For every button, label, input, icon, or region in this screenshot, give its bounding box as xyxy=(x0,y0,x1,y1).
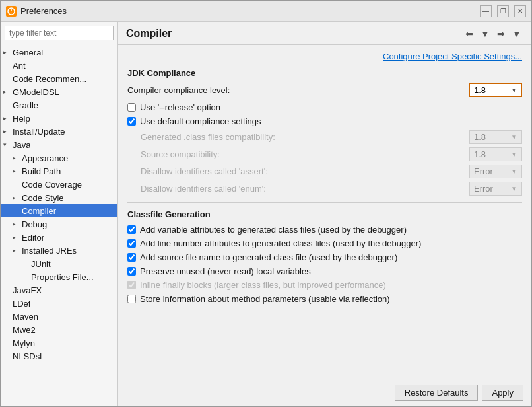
source-value: 1.8 xyxy=(474,149,511,159)
tree-item-general[interactable]: ▸General xyxy=(1,46,117,59)
tree-item-label: Install/Update xyxy=(13,127,65,137)
disallow-enum-row: Disallow identifiers called 'enum': Erro… xyxy=(141,182,522,196)
generated-label: Generated .class files compatibility: xyxy=(141,132,469,142)
add-line-number-checkbox[interactable] xyxy=(127,239,136,248)
section-divider xyxy=(127,202,522,203)
tree-item-properties-file[interactable]: Properties File... xyxy=(1,270,117,283)
tree-item-ldef[interactable]: LDef xyxy=(1,297,117,310)
tree-item-junit[interactable]: JUnit xyxy=(1,257,117,270)
tree-item-code-style[interactable]: ▸Code Style xyxy=(1,191,117,204)
tree-item-install-update[interactable]: ▸Install/Update xyxy=(1,125,117,138)
classfile-option-add-source-file: Add source file name to generated class … xyxy=(127,252,522,262)
tree-item-code-recommenders[interactable]: Code Recommen... xyxy=(1,72,117,85)
source-dropdown: 1.8 ▼ xyxy=(469,147,522,161)
classfile-option-preserve-unused: Preserve unused (never read) local varia… xyxy=(127,266,522,276)
tree-item-maven[interactable]: Maven xyxy=(1,310,117,323)
tree-item-installed-jres[interactable]: ▸Installed JREs xyxy=(1,244,117,257)
configure-link[interactable]: Configure Project Specific Settings... xyxy=(127,52,522,61)
window-controls: — ❐ ✕ xyxy=(480,5,526,17)
classfile-option-add-line-number: Add line number attributes to generated … xyxy=(127,239,522,248)
preserve-unused-label: Preserve unused (never read) local varia… xyxy=(140,266,311,276)
right-panel: Compiler ⬅ ▼ ➡ ▼ Configure Project Speci… xyxy=(118,22,531,406)
tree-item-label: Maven xyxy=(13,312,38,322)
tree-item-editor[interactable]: ▸Editor xyxy=(1,231,117,244)
tree-item-java[interactable]: ▾Java xyxy=(1,138,117,151)
expand-arrow-icon: ▸ xyxy=(3,115,13,122)
classfile-option-inline-finally: Inline finally blocks (larger class file… xyxy=(127,280,522,290)
source-label: Source compatibility: xyxy=(141,149,469,159)
forward-icon[interactable]: ➡ xyxy=(494,27,508,40)
add-variable-checkbox[interactable] xyxy=(127,225,136,234)
tree-item-compiler[interactable]: Compiler xyxy=(1,204,117,217)
tree-item-label: Installed JREs xyxy=(22,246,77,256)
tree-item-mwe2[interactable]: Mwe2 xyxy=(1,323,117,336)
back-arrow-icon[interactable]: ▼ xyxy=(479,27,492,40)
dropdown-arrow-icon: ▼ xyxy=(511,87,517,94)
tree-item-label: Compiler xyxy=(22,206,56,216)
inline-finally-checkbox xyxy=(127,281,136,289)
tree-item-help[interactable]: ▸Help xyxy=(1,112,117,125)
toolbar-icons: ⬅ ▼ ➡ ▼ xyxy=(463,27,523,40)
expand-arrow-icon: ▸ xyxy=(13,168,22,174)
expand-arrow-icon: ▸ xyxy=(3,49,13,56)
tree-item-label: Debug xyxy=(22,219,47,229)
tree-area: ▸GeneralAntCode Recommen...▸GModelDSLGra… xyxy=(1,44,117,406)
source-row: Source compatibility: 1.8 ▼ xyxy=(141,147,522,161)
tree-item-nlsdsl[interactable]: NLSDsl xyxy=(1,350,117,363)
jdk-section: JDK Compliance Compiler compliance level… xyxy=(127,68,522,196)
back-icon[interactable]: ⬅ xyxy=(463,27,476,40)
generated-row: Generated .class files compatibility: 1.… xyxy=(141,130,522,144)
tree-item-debug[interactable]: ▸Debug xyxy=(1,217,117,231)
expand-arrow-icon: ▸ xyxy=(3,89,13,95)
apply-button[interactable]: Apply xyxy=(482,385,523,401)
window-icon xyxy=(6,6,17,17)
preserve-unused-checkbox[interactable] xyxy=(127,267,136,276)
close-button[interactable]: ✕ xyxy=(514,5,526,17)
add-source-file-checkbox[interactable] xyxy=(127,253,136,262)
use-release-checkbox[interactable] xyxy=(127,103,136,112)
main-area: ▸GeneralAntCode Recommen...▸GModelDSLGra… xyxy=(1,22,531,406)
tree-item-ant[interactable]: Ant xyxy=(1,59,117,72)
tree-item-mylyn[interactable]: Mylyn xyxy=(1,336,117,350)
add-line-number-label: Add line number attributes to generated … xyxy=(140,239,421,248)
generated-dropdown: 1.8 ▼ xyxy=(469,130,522,144)
classfile-option-add-variable: Add variable attributes to generated cla… xyxy=(127,225,522,235)
disallow-enum-arrow-icon: ▼ xyxy=(511,185,517,192)
disallow-assert-label: Disallow identifiers called 'assert': xyxy=(141,166,469,176)
right-header: Compiler ⬅ ▼ ➡ ▼ xyxy=(118,22,531,45)
tree-item-label: Appearance xyxy=(22,153,68,163)
generated-dropdown-arrow-icon: ▼ xyxy=(511,133,517,141)
store-method-params-checkbox[interactable] xyxy=(127,295,136,303)
classfile-option-store-method-params: Store information about method parameter… xyxy=(127,294,522,304)
tree-item-code-coverage[interactable]: Code Coverage xyxy=(1,178,117,191)
tree-item-label: Java xyxy=(13,140,30,150)
page-title: Compiler xyxy=(126,28,172,40)
tree-item-javafx[interactable]: JavaFX xyxy=(1,283,117,297)
tree-item-label: Ant xyxy=(13,61,26,71)
tree-item-label: Code Style xyxy=(22,193,64,203)
use-default-checkbox[interactable] xyxy=(127,117,136,126)
tree-item-gradle[interactable]: Gradle xyxy=(1,98,117,112)
tree-item-label: Code Coverage xyxy=(22,180,82,190)
forward-arrow-icon[interactable]: ▼ xyxy=(510,27,523,40)
disallow-assert-value: Error xyxy=(474,166,511,176)
restore-defaults-button[interactable]: Restore Defaults xyxy=(395,385,479,401)
add-source-file-label: Add source file name to generated class … xyxy=(140,252,397,262)
compliance-label: Compiler compliance level: xyxy=(127,85,469,95)
minimize-button[interactable]: — xyxy=(480,5,492,17)
tree-item-build-path[interactable]: ▸Build Path xyxy=(1,165,117,178)
use-release-label: Use '--release' option xyxy=(140,102,220,112)
filter-input[interactable] xyxy=(5,26,114,40)
maximize-button[interactable]: ❐ xyxy=(497,5,509,17)
inline-finally-label: Inline finally blocks (larger class file… xyxy=(140,280,386,290)
store-method-params-label: Store information about method parameter… xyxy=(140,294,390,304)
preferences-window: Preferences — ❐ ✕ ▸GeneralAntCode Recomm… xyxy=(0,0,532,407)
bottom-buttons: Restore Defaults Apply xyxy=(118,379,531,406)
tree-item-label: Build Path xyxy=(22,166,61,176)
tree-item-gmodeldsl[interactable]: ▸GModelDSL xyxy=(1,85,117,98)
tree-item-label: JUnit xyxy=(31,259,51,269)
tree-item-appearance[interactable]: ▸Appearance xyxy=(1,151,117,165)
tree-item-label: Properties File... xyxy=(31,272,94,282)
compliance-dropdown[interactable]: 1.8 ▼ xyxy=(469,83,522,97)
window-title: Preferences xyxy=(20,6,480,16)
